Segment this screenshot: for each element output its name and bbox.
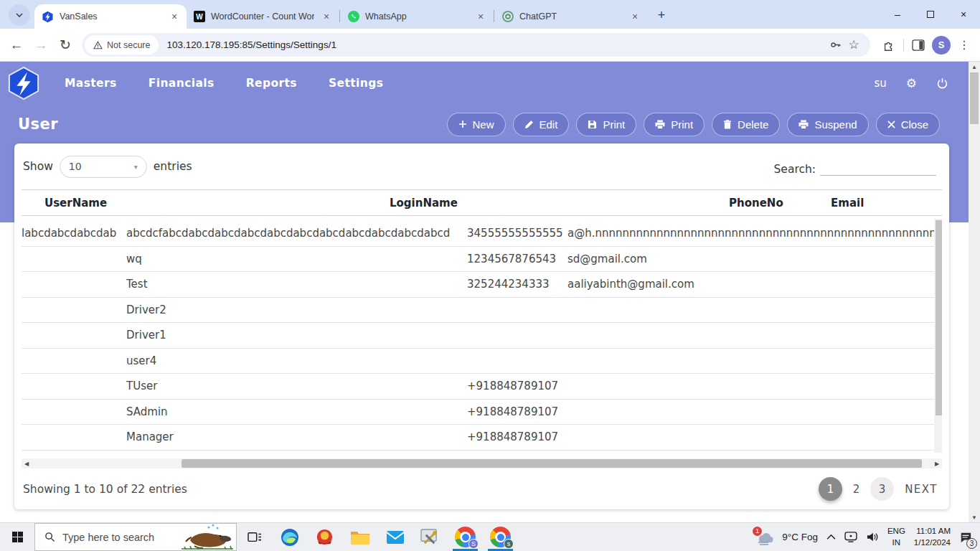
page-2-button[interactable]: 2 <box>844 477 868 501</box>
reload-button[interactable]: ↻ <box>53 33 77 57</box>
settings-gear-icon[interactable]: ⚙ <box>906 77 917 90</box>
volume-speaker-icon[interactable] <box>862 523 882 551</box>
browser-tab-wordcounter[interactable]: W WordCounter - Count Words & × <box>187 4 339 29</box>
scrollbar-thumb[interactable] <box>182 459 922 468</box>
page-3-button[interactable]: 3 <box>870 477 894 501</box>
clock-date[interactable]: 11:01 AM 1/12/2024 <box>910 523 954 551</box>
next-page-button[interactable]: NEXT <box>905 483 938 496</box>
search-label: Search: <box>774 163 816 176</box>
window-close-button[interactable]: × <box>947 0 980 29</box>
page-size-select[interactable]: 10 ▾ <box>60 156 147 178</box>
tab-close-icon[interactable]: × <box>628 10 641 23</box>
close-button[interactable]: Close <box>876 113 940 136</box>
forward-button[interactable]: → <box>29 33 53 57</box>
wordcounter-favicon-icon: W <box>194 11 205 22</box>
table-row[interactable]: wq 1234567876543 sd@gmail.com <box>22 247 942 273</box>
tab-close-icon[interactable]: × <box>320 10 333 23</box>
screen-cast-icon[interactable] <box>841 523 861 551</box>
page-1-button[interactable]: 1 <box>819 477 842 501</box>
toolbar-divider <box>903 39 904 52</box>
header-email[interactable]: Email <box>820 197 942 209</box>
tab-search-chevron-icon[interactable] <box>9 4 30 26</box>
password-key-icon[interactable] <box>826 36 844 55</box>
table-row[interactable]: user4 <box>22 349 942 375</box>
scroll-right-arrow-icon[interactable]: ▶ <box>932 458 942 468</box>
delete-button[interactable]: Delete <box>712 113 780 136</box>
scrollbar-thumb[interactable] <box>970 72 979 124</box>
header-loginname[interactable]: LoginName <box>386 197 720 209</box>
power-logout-icon[interactable] <box>936 77 948 90</box>
table-row[interactable]: Manager +918848789107 <box>22 425 942 451</box>
window-minimize-button[interactable]: – <box>881 0 914 29</box>
print-button[interactable]: Print <box>644 113 705 136</box>
taskbar-icon-chrome-1[interactable]: S <box>448 523 483 551</box>
print-save-button[interactable]: Print <box>576 113 636 136</box>
nav-item-reports[interactable]: Reports <box>246 77 297 90</box>
scroll-left-arrow-icon[interactable]: ◀ <box>22 458 32 468</box>
vansales-app: Masters Financials Reports Settings su ⚙… <box>0 62 969 522</box>
taskbar-icon-task-view[interactable] <box>237 523 272 551</box>
header-username[interactable]: UserName <box>43 197 386 209</box>
new-tab-button[interactable]: + <box>651 5 672 25</box>
browser-menu-icon[interactable]: ⋮ <box>953 34 976 57</box>
new-button[interactable]: New <box>447 113 506 136</box>
table-row[interactable]: labcdabcdabcdab abcdcfabcdabcdabcdabcdab… <box>22 221 942 247</box>
whatsapp-favicon-icon <box>348 11 359 22</box>
bookmark-star-icon[interactable]: ☆ <box>844 36 863 55</box>
search-highlight-platypus-image[interactable] <box>180 523 235 550</box>
page-title: User <box>18 116 58 133</box>
app-logo-icon[interactable] <box>7 67 40 100</box>
nav-item-masters[interactable]: Masters <box>65 77 117 90</box>
pagination: 1 2 3 NEXT <box>819 477 938 501</box>
table-row[interactable]: Test 325244234333 aaliyabinth@gmail.com <box>22 272 942 298</box>
logged-in-user[interactable]: su <box>874 77 886 90</box>
table-row[interactable]: Driver2 <box>22 298 942 324</box>
save-floppy-icon <box>588 120 597 129</box>
browser-page-scrollbar[interactable]: ▲ ▼ <box>969 62 980 522</box>
language-indicator[interactable]: ENG IN <box>884 523 909 551</box>
suspend-button[interactable]: Suspend <box>787 113 868 136</box>
tray-expand-chevron-icon[interactable] <box>823 523 839 551</box>
browser-tab-whatsapp[interactable]: WhatsApp × <box>341 4 493 29</box>
site-security-chip[interactable]: Not secure <box>85 35 159 55</box>
taskbar-search-box[interactable]: Type here to search <box>34 523 237 551</box>
table-horizontal-scrollbar[interactable]: ◀ ▶ <box>22 458 942 468</box>
header-phoneno[interactable]: PhoneNo <box>720 197 820 209</box>
back-button[interactable]: ← <box>4 33 29 57</box>
taskbar-icon-mail[interactable] <box>377 523 413 551</box>
extensions-puzzle-icon[interactable] <box>877 34 900 57</box>
system-tray: 1 9°C Fog ENG IN 11:01 AM 1/12/2024 3 <box>751 523 980 551</box>
scroll-up-arrow-icon[interactable]: ▲ <box>969 62 980 72</box>
weather-text[interactable]: 9°C Fog <box>778 523 821 551</box>
table-header-row: UserName LoginName PhoneNo Email <box>22 189 942 216</box>
taskbar-icon-chrome-2[interactable]: s <box>483 523 518 551</box>
taskbar-icon-edge[interactable] <box>272 523 307 551</box>
taskbar-icon-file-explorer[interactable] <box>342 523 377 551</box>
search-input[interactable] <box>820 158 936 176</box>
table-row[interactable]: Driver1 <box>22 323 942 349</box>
taskbar-icon-red-emblem[interactable] <box>307 523 342 551</box>
weather-icon[interactable]: 1 <box>751 523 777 551</box>
start-button[interactable] <box>0 523 34 551</box>
table-vertical-scrollbar[interactable] <box>934 219 942 453</box>
nav-item-settings[interactable]: Settings <box>329 77 383 90</box>
nav-item-financials[interactable]: Financials <box>149 77 215 90</box>
taskbar-icon-admin-tools[interactable] <box>413 523 448 551</box>
profile-avatar[interactable]: S <box>930 34 953 57</box>
tab-divider <box>494 10 494 22</box>
edit-button[interactable]: Edit <box>513 113 570 136</box>
side-panel-icon[interactable] <box>907 34 930 57</box>
browser-tab-vansales[interactable]: VanSales × <box>34 4 187 29</box>
tab-close-icon[interactable]: × <box>474 10 487 23</box>
chrome-profile-badge: S <box>468 539 479 549</box>
table-row[interactable]: SAdmin +918848789107 <box>22 400 942 425</box>
window-maximize-button[interactable] <box>914 0 947 29</box>
address-bar[interactable]: Not secure 103.120.178.195:85/Settings/S… <box>82 33 870 57</box>
browser-tab-chatgpt[interactable]: ChatGPT × <box>495 4 647 29</box>
scrollbar-thumb[interactable] <box>936 220 943 415</box>
tab-close-icon[interactable]: × <box>168 10 181 23</box>
notification-center-icon[interactable]: 3 <box>956 523 976 551</box>
scroll-down-arrow-icon[interactable]: ▼ <box>969 512 980 522</box>
chatgpt-favicon-icon <box>502 11 514 22</box>
table-row[interactable]: TUser +918848789107 <box>22 374 942 400</box>
